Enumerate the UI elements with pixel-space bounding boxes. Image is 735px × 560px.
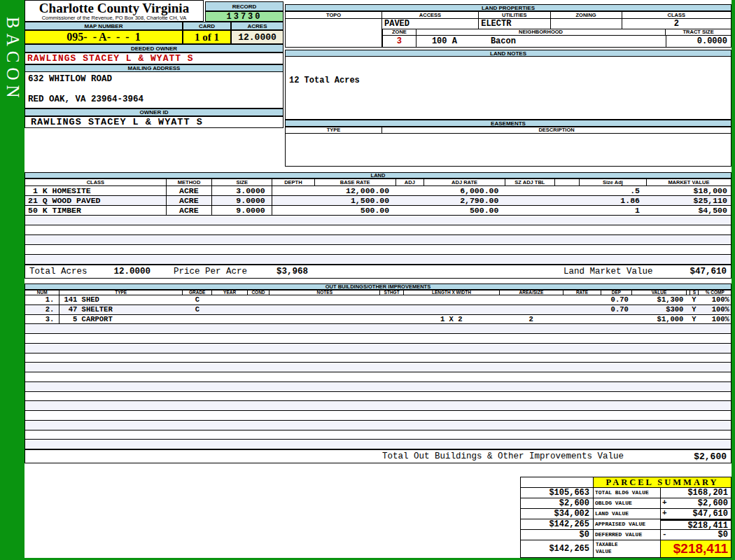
easement-type-column-header: TYPE [285, 127, 382, 134]
cell-type: 5 CARPORT [59, 315, 182, 324]
cell-class [25, 216, 167, 225]
cell-base_rate: 1,500.00 [314, 196, 396, 205]
cell-value [631, 401, 687, 410]
cell-base_rate [314, 235, 396, 244]
cell-blank [554, 235, 579, 244]
cell-adj_rate [424, 216, 505, 225]
cell-blank [554, 255, 579, 264]
county-title: Charlotte County Virginia [25, 1, 203, 15]
easement-description-column-header: DESCRIPTION [382, 127, 732, 134]
cell-sz_adj_tbl [505, 245, 554, 254]
land-properties-values: PAVED ELECTR 2 [382, 19, 732, 29]
cell-area_size [499, 305, 563, 314]
cell-type [59, 372, 182, 382]
cell-length_x_width [403, 421, 499, 430]
cell-cond [248, 430, 270, 440]
cell-dep [601, 421, 631, 430]
cell-notes [270, 324, 380, 333]
cell-num: 3. [25, 315, 59, 324]
cell-base_rate [314, 245, 396, 254]
address-line-2: RED OAK, VA 23964-3964 [28, 94, 144, 104]
total-acres-value: 12.0000 [114, 267, 151, 276]
cell-blank [554, 196, 579, 205]
cell-length_x_width [403, 363, 499, 372]
cell-num: 1. [25, 295, 59, 304]
cell-area_size [499, 324, 563, 333]
summary-row-label: TOTAL BLDG VALUE [594, 488, 661, 498]
cell-type [59, 401, 182, 410]
cell-adj_rate [424, 235, 505, 244]
out-buildings-table-header: NUMTYPEGRADEYEARCONDNOTESSTHGTLENGTH X W… [24, 290, 732, 295]
cell-adj_rate: 500.00 [424, 206, 505, 215]
cell-sthgt [380, 392, 403, 401]
summary-row-value: $168,201 [671, 488, 731, 498]
cell-type [59, 411, 182, 420]
land-market-value-label: Land Market Value [564, 267, 653, 276]
cell-length_x_width [403, 392, 499, 401]
cell-pct_comp [699, 334, 731, 343]
cell-sthgt [380, 411, 403, 420]
cell-class: 50 K TIMBER [25, 206, 167, 215]
class-column-header: CLASS [622, 11, 732, 19]
cell-blank [554, 245, 579, 254]
cell-year [212, 363, 247, 372]
land-table-header: CLASSMETHODSIZEDEPTHBASE RATEADJADJ RATE… [24, 178, 732, 186]
cell-pct_comp: 100% [699, 295, 731, 304]
column-header: SIZE [212, 178, 272, 186]
cell-pct_comp [699, 382, 731, 391]
summary-left-value: $34,002 [521, 509, 594, 519]
parcel-summary: PARCEL SUMMARY $105,663 TOTAL BLDG VALUE… [520, 477, 732, 558]
column-header: COND [248, 290, 270, 295]
topo-column-header: TOPO [285, 11, 382, 19]
cell-length_x_width: 1 X 2 [403, 315, 499, 324]
cell-area_size [499, 344, 563, 353]
tract-size-column-header: TRACT SIZE [666, 29, 732, 36]
cell-grade [183, 334, 212, 343]
cell-length_x_width [403, 382, 499, 391]
neighborhood-value: 100 A Bacon [416, 36, 666, 47]
out-buildings-total-row: Total Out Buildings & Other Improvements… [24, 449, 732, 463]
summary-row-sign: - [661, 530, 671, 540]
cell-grade [183, 421, 212, 430]
cell-method [167, 235, 213, 244]
cell-length_x_width [403, 334, 499, 343]
table-row: 50 K TIMBERACRE9.0000500.00500.001$4,500 [25, 206, 731, 216]
cell-rate [563, 392, 601, 401]
cell-grade [183, 372, 212, 382]
cell-blank [554, 206, 579, 215]
cell-notes [270, 411, 380, 420]
cell-area_size [499, 363, 563, 372]
cell-year [212, 315, 247, 324]
cell-size [212, 245, 272, 254]
cell-rate [563, 382, 601, 391]
table-row [25, 392, 731, 402]
column-header: VALUE [632, 290, 687, 295]
cell-area_size [499, 440, 563, 449]
table-row [25, 372, 731, 382]
cell-adj [396, 206, 424, 215]
table-row [25, 401, 731, 411]
column-header: AREA/SIZE [500, 290, 564, 295]
cell-sz_adj_tbl [505, 255, 554, 264]
cell-s [690, 382, 698, 391]
deeded-owner-name: RAWLINGS STACEY L & WYATT S [24, 52, 284, 64]
cell-num [25, 382, 59, 391]
column-header: LENGTH X WIDTH [404, 290, 500, 295]
cell-rate [563, 344, 601, 353]
topo-value-box [285, 19, 382, 48]
map-number-value: 095- - A- - - 1 [24, 30, 183, 44]
cell-dep [601, 401, 631, 410]
cell-cond [248, 344, 270, 353]
cell-adj_rate [424, 225, 505, 234]
cell-area_size [499, 411, 563, 420]
deeded-owner-header: DEEDED OWNER [24, 44, 284, 52]
cell-grade [183, 401, 212, 410]
table-row [25, 225, 731, 235]
cell-market_value [646, 216, 731, 225]
price-per-acre-value: $3,968 [276, 267, 308, 276]
cell-dep: 0.70 [601, 295, 631, 304]
cell-type [59, 354, 182, 363]
cell-depth [272, 235, 314, 244]
cell-area_size: 2 [499, 315, 563, 324]
cell-s [690, 344, 698, 353]
